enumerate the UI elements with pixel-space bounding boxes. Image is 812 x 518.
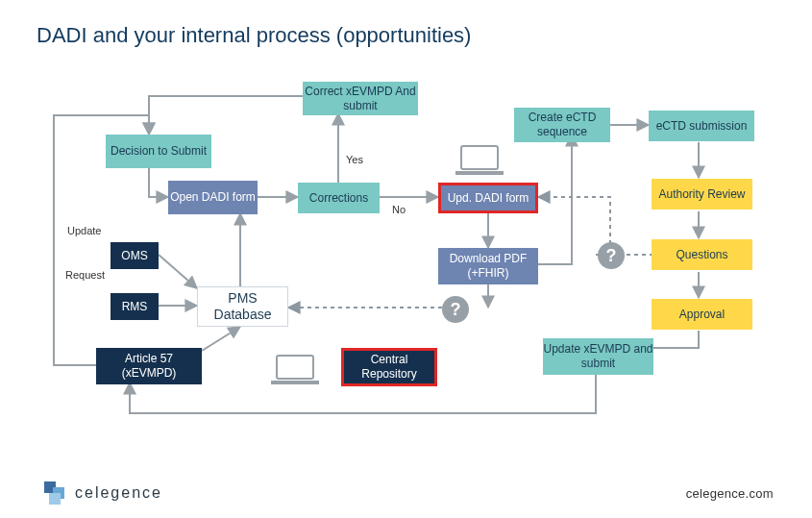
node-create-ectd: Create eCTD sequence <box>514 108 610 142</box>
question-icon: ? <box>598 242 625 269</box>
node-corrections: Corrections <box>298 183 380 213</box>
label-request: Request <box>65 269 105 281</box>
node-ectd-submission: eCTD submission <box>649 111 754 141</box>
node-open-dadi-form: Open DADI form <box>168 181 258 214</box>
node-central-repository: Central Repository <box>341 348 437 386</box>
node-article-57: Article 57 (xEVMPD) <box>96 348 202 384</box>
node-approval: Approval <box>652 299 752 330</box>
node-correct-xevmpd: Correct xEVMPD And submit <box>303 82 418 115</box>
node-rms: RMS <box>111 293 159 320</box>
label-no: No <box>392 204 406 215</box>
node-questions: Questions <box>652 239 752 270</box>
label-update: Update <box>67 225 101 236</box>
node-download-pdf: Download PDF (+FHIR) <box>438 248 538 284</box>
node-update-dadi-form: Upd. DADI form <box>438 183 538 213</box>
node-pms-database: PMS Database <box>197 286 288 327</box>
node-oms: OMS <box>111 242 159 269</box>
question-icon: ? <box>442 296 469 323</box>
footer-url: celegence.com <box>686 486 774 501</box>
svg-rect-0 <box>277 356 313 379</box>
node-update-xevmpd-submit: Update xEVMPD and submit <box>543 338 653 375</box>
brand-logo: celegence <box>44 481 162 505</box>
svg-rect-1 <box>461 146 498 169</box>
label-yes: Yes <box>346 154 363 165</box>
brand-logo-text: celegence <box>75 484 162 502</box>
brand-logo-mark <box>44 481 67 505</box>
node-authority-review: Authority Review <box>652 179 752 210</box>
node-decision-to-submit: Decision to Submit <box>106 135 211 168</box>
